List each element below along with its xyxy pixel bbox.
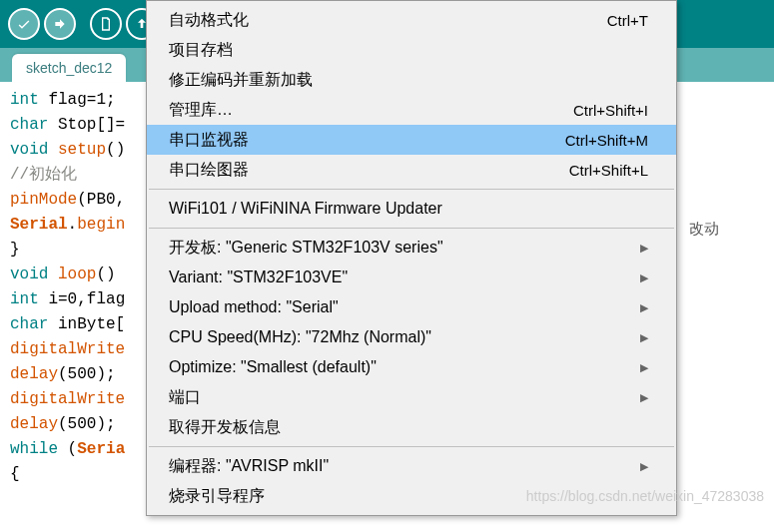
menu-manage-libs[interactable]: 管理库… Ctrl+Shift+I	[147, 95, 676, 125]
code-token: delay	[10, 415, 58, 433]
code-token: begin	[77, 216, 125, 234]
menu-label: Variant: "STM32F103VE"	[169, 268, 348, 286]
chevron-right-icon: ▶	[640, 361, 648, 374]
menu-burn-bootloader[interactable]: 烧录引导程序	[147, 481, 676, 511]
menu-board[interactable]: 开发板: "Generic STM32F103V series" ▶	[147, 233, 676, 263]
menu-separator	[149, 228, 674, 229]
code-token: char	[10, 315, 48, 333]
code-token: digitalWrite	[10, 340, 125, 358]
code-token: flag=1;	[39, 91, 116, 109]
menu-label: 自动格式化	[169, 10, 249, 31]
menu-auto-format[interactable]: 自动格式化 Ctrl+T	[147, 5, 676, 35]
menu-label: 串口监视器	[169, 130, 249, 151]
verify-button[interactable]	[8, 8, 40, 40]
menu-serial-plotter[interactable]: 串口绘图器 Ctrl+Shift+L	[147, 155, 676, 185]
menu-serial-monitor[interactable]: 串口监视器 Ctrl+Shift+M	[147, 125, 676, 155]
menu-label: 端口	[169, 387, 201, 408]
menu-archive[interactable]: 项目存档	[147, 35, 676, 65]
code-token: .	[68, 216, 78, 234]
code-token: int	[10, 91, 39, 109]
code-token: {	[10, 465, 20, 483]
chevron-right-icon: ▶	[640, 331, 648, 344]
code-token: inByte[	[48, 315, 125, 333]
code-token	[48, 266, 58, 283]
menu-label: 修正编码并重新加载	[169, 70, 313, 91]
menu-label: WiFi101 / WiFiNINA Firmware Updater	[169, 200, 442, 218]
code-token: char	[10, 116, 48, 134]
code-token: (500);	[58, 415, 116, 433]
menu-label: 串口绘图器	[169, 160, 249, 181]
menu-shortcut: Ctrl+Shift+I	[573, 102, 648, 119]
chevron-right-icon: ▶	[640, 301, 648, 314]
code-token: digitalWrite	[10, 390, 125, 408]
menu-shortcut: Ctrl+Shift+L	[569, 162, 648, 179]
menu-label: CPU Speed(MHz): "72Mhz (Normal)"	[169, 328, 431, 346]
menu-separator	[149, 189, 674, 190]
code-token: ()	[96, 266, 115, 283]
code-token: ()	[106, 141, 125, 159]
menu-variant[interactable]: Variant: "STM32F103VE" ▶	[147, 263, 676, 292]
code-token: while	[10, 440, 58, 458]
menu-separator	[149, 446, 674, 447]
code-token: Stop[]=	[48, 116, 125, 134]
code-token: void	[10, 266, 48, 283]
menu-optimize[interactable]: Optimize: "Smallest (default)" ▶	[147, 352, 676, 382]
chevron-right-icon: ▶	[640, 391, 648, 404]
new-sketch-button[interactable]	[90, 8, 122, 40]
menu-label: Optimize: "Smallest (default)"	[169, 358, 377, 376]
tools-menu: 自动格式化 Ctrl+T 项目存档 修正编码并重新加载 管理库… Ctrl+Sh…	[146, 0, 677, 516]
menu-cpu-speed[interactable]: CPU Speed(MHz): "72Mhz (Normal)" ▶	[147, 322, 676, 352]
code-token: //初始化	[10, 166, 77, 184]
menu-port[interactable]: 端口 ▶	[147, 382, 676, 412]
menu-upload-method[interactable]: Upload method: "Serial" ▶	[147, 292, 676, 322]
menu-shortcut: Ctrl+T	[607, 12, 648, 29]
menu-label: 烧录引导程序	[169, 486, 265, 507]
code-token: int	[10, 290, 39, 308]
code-token: void	[10, 141, 48, 159]
tab-sketch[interactable]: sketch_dec12	[12, 54, 126, 82]
code-token: (	[58, 440, 77, 458]
code-token: loop	[58, 266, 96, 283]
menu-fix-encoding[interactable]: 修正编码并重新加载	[147, 65, 676, 95]
menu-wifi-updater[interactable]: WiFi101 / WiFiNINA Firmware Updater	[147, 194, 676, 224]
menu-label: 管理库…	[169, 100, 233, 121]
menu-shortcut: Ctrl+Shift+M	[565, 132, 648, 149]
upload-button[interactable]	[44, 8, 76, 40]
menu-label: 开发板: "Generic STM32F103V series"	[169, 238, 443, 259]
menu-board-info[interactable]: 取得开发板信息	[147, 412, 676, 442]
code-token: (500);	[58, 365, 116, 383]
code-token: Seria	[77, 440, 125, 458]
code-token	[48, 141, 58, 159]
chevron-right-icon: ▶	[640, 242, 648, 255]
code-token: i=0,flag	[39, 290, 125, 308]
chevron-right-icon: ▶	[640, 271, 648, 284]
code-token: Serial	[10, 216, 68, 234]
menu-programmer[interactable]: 编程器: "AVRISP mkII" ▶	[147, 451, 676, 481]
code-token: (PB0,	[77, 191, 125, 209]
code-token: }	[10, 241, 20, 259]
menu-label: 编程器: "AVRISP mkII"	[169, 456, 329, 477]
chevron-right-icon: ▶	[640, 460, 648, 473]
code-token: setup	[58, 141, 106, 159]
menu-label: 项目存档	[169, 40, 233, 61]
code-token: delay	[10, 365, 58, 383]
menu-label: Upload method: "Serial"	[169, 298, 339, 316]
menu-label: 取得开发板信息	[169, 417, 281, 438]
code-token: pinMode	[10, 191, 77, 209]
background-text: 改动	[689, 220, 719, 239]
